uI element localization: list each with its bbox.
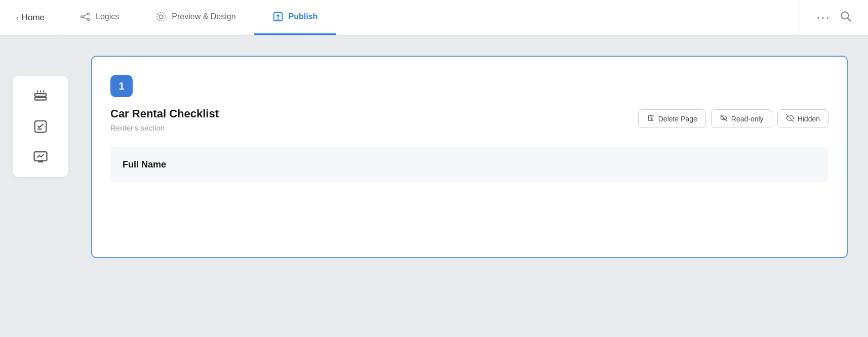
svg-line-11 [848, 18, 851, 21]
page-title-section: Car Rental Checklist Renter's section [110, 107, 638, 132]
home-label: Home [22, 13, 45, 23]
nav-right-actions: ··· [800, 0, 868, 35]
nav-item-preview-design[interactable]: Preview & Design [137, 0, 254, 35]
read-only-label: Read-only [731, 115, 764, 123]
page-actions: Delete Page Read-only [638, 107, 828, 128]
page-number-badge: 1 [110, 75, 133, 97]
hidden-icon [786, 114, 794, 123]
publish-icon [272, 11, 284, 22]
nav-item-publish[interactable]: Publish [254, 0, 336, 35]
page-header: Car Rental Checklist Renter's section [110, 107, 828, 132]
more-icon: ··· [816, 10, 831, 25]
svg-point-0 [81, 16, 83, 18]
nav-publish-label: Publish [289, 12, 318, 21]
hidden-label: Hidden [798, 115, 820, 123]
search-icon [840, 10, 852, 25]
nav-item-logics[interactable]: Logics [61, 0, 137, 35]
hidden-button[interactable]: Hidden [777, 109, 828, 128]
left-sidebar [0, 56, 81, 337]
svg-rect-12 [35, 94, 47, 96]
page-subtitle: Renter's section [110, 123, 638, 132]
svg-line-3 [83, 14, 88, 16]
svg-point-2 [87, 18, 89, 20]
top-navigation: ‹ Home Logics [0, 0, 868, 35]
page-title: Car Rental Checklist [110, 107, 638, 120]
svg-point-1 [87, 13, 89, 15]
logics-icon [80, 11, 91, 22]
svg-point-5 [160, 15, 163, 18]
home-button[interactable]: ‹ Home [0, 0, 61, 35]
trash-icon [647, 114, 655, 123]
content-area: 1 Car Rental Checklist Renter's section [81, 56, 868, 337]
preview-icon [155, 11, 167, 22]
sidebar-checklist-icon[interactable] [29, 115, 52, 138]
page-number: 1 [119, 80, 124, 92]
nav-preview-label: Preview & Design [172, 12, 235, 21]
page-card: 1 Car Rental Checklist Renter's section [91, 56, 848, 258]
full-name-field-title: Full Name [123, 159, 816, 170]
more-options-button[interactable]: ··· [816, 10, 831, 25]
search-button[interactable] [840, 10, 852, 25]
sidebar-monitor-icon[interactable] [29, 146, 52, 168]
readonly-icon [720, 114, 728, 123]
svg-point-10 [842, 12, 849, 19]
nav-logics-label: Logics [96, 12, 119, 21]
main-area: 1 Car Rental Checklist Renter's section [0, 35, 868, 337]
delete-page-button[interactable]: Delete Page [638, 109, 706, 128]
back-chevron-icon: ‹ [16, 14, 19, 22]
sidebar-fields-icon[interactable] [29, 85, 52, 107]
delete-page-label: Delete Page [658, 115, 697, 123]
svg-rect-13 [35, 98, 47, 100]
sidebar-panel [13, 76, 68, 177]
svg-point-6 [157, 13, 166, 21]
full-name-field-card: Full Name [110, 147, 828, 182]
nav-items: Logics Preview & Design Pu [61, 0, 800, 35]
svg-line-4 [83, 17, 88, 19]
read-only-button[interactable]: Read-only [711, 109, 772, 128]
